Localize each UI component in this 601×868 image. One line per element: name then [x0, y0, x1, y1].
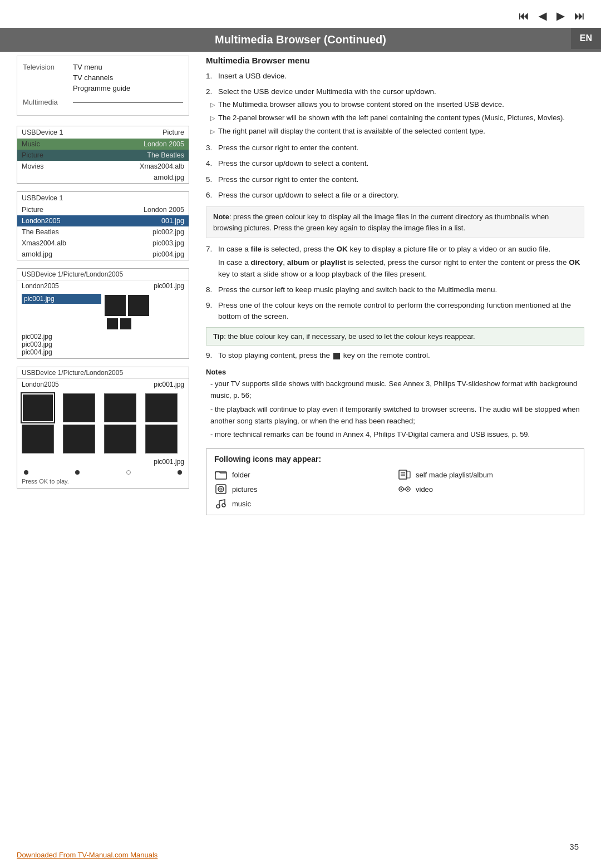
usb2-row-xmas[interactable]: Xmas2004.alb pic003.jpg — [17, 238, 189, 249]
notes-label: Notes — [206, 367, 584, 378]
video-icon — [398, 484, 411, 495]
note-label-1: Note — [213, 213, 229, 221]
item-num-8: 8. — [206, 284, 218, 295]
item-text-3: Press the cursor right to enter the cont… — [218, 142, 584, 154]
thumb-1 — [105, 295, 126, 316]
path4-left: London2005 — [22, 381, 59, 388]
usb-panel-4: USBDevice 1/Picture/London2005 London200… — [17, 367, 189, 489]
usb2-row-arnold[interactable]: arnold.jpg pic004.jpg — [17, 249, 189, 260]
usb1-header-left: USBDevice 1 — [22, 129, 63, 136]
item-text-1: Insert a USB device. — [218, 71, 584, 82]
usb1-row-picture[interactable]: Picture The Beatles — [17, 150, 189, 161]
thumb-cell-8[interactable] — [145, 425, 178, 453]
item-text-5: Press the cursor right to enter the cont… — [218, 174, 584, 185]
usb2-row-london[interactable]: London2005 001.jpg — [17, 215, 189, 226]
usb1-music-label: Music — [22, 140, 40, 148]
sub-bullet-2a: ▷ The Multimedia browser allows you to b… — [210, 100, 584, 110]
language-badge: EN — [571, 28, 601, 49]
tip-label: Tip — [213, 332, 224, 341]
thumb-cell-7[interactable] — [104, 425, 136, 453]
thumb-cell-5[interactable] — [22, 425, 54, 453]
usb2-arnold-label: arnold.jpg — [22, 250, 52, 258]
sub-bullet-2b: ▷ The 2-panel browser will be shown with… — [210, 113, 584, 123]
download-link[interactable]: Downloaded From TV-Manual.com Manuals — [17, 851, 157, 859]
dot-3 — [126, 470, 131, 475]
usb1-header-right: Picture — [162, 129, 184, 136]
thumb-cell-3[interactable] — [104, 393, 136, 422]
instruction-8: 8. Press the cursor left to keep music p… — [206, 284, 584, 295]
path3-pic003: pic004.jpg — [22, 348, 184, 356]
folder-icon — [214, 469, 228, 480]
item-num-2: 2. — [206, 86, 218, 97]
usb1-row-arnold[interactable]: arnold.jpg — [17, 172, 189, 183]
thumb-cell-1[interactable] — [22, 393, 54, 422]
press-ok-label: Press OK to play. — [17, 477, 189, 488]
usb1-london-val: London 2005 — [144, 140, 184, 148]
icon-row-folder: folder — [214, 469, 392, 480]
television-label: Television — [23, 63, 73, 71]
usb1-row-music[interactable]: Music London 2005 — [17, 139, 189, 150]
skip-forward-icon[interactable]: ⏭ — [574, 11, 584, 22]
thumb-cell-4[interactable] — [145, 393, 178, 422]
instruction-list: 1. Insert a USB device. 2. Select the US… — [206, 71, 584, 201]
usb2-xmas-label: Xmas2004.alb — [22, 239, 66, 247]
path3-header: USBDevice 1/Picture/London2005 — [17, 269, 189, 280]
back-icon[interactable]: ◀ — [539, 10, 546, 22]
instruction-6: 6. Press the cursor up/down to select a … — [206, 190, 584, 201]
thumb-sm-2 — [120, 318, 131, 329]
thumb-cell-6[interactable] — [63, 425, 95, 453]
item-text-9b: To stop playing content, press the key o… — [218, 350, 584, 361]
tv-menu-item-1: TV menu — [73, 63, 102, 71]
instruction-9: 9. Press one of the colour keys on the r… — [206, 300, 584, 323]
instruction-5: 5. Press the cursor right to enter the c… — [206, 174, 584, 185]
notes-section: Notes - your TV supports slide shows wit… — [206, 367, 584, 441]
playlist-icon — [398, 469, 411, 480]
instruction-1: 1. Insert a USB device. — [206, 71, 584, 82]
usb2-pic002-val: pic002.jpg — [152, 228, 184, 236]
usb1-beatles-val: The Beatles — [147, 151, 184, 159]
stop-key-icon — [333, 353, 340, 359]
item-text-9: Press one of the colour keys on the remo… — [218, 300, 584, 323]
panel4-filename: pic001.jpg — [17, 457, 189, 468]
icons-grid: folder self made playlist/album — [214, 469, 576, 509]
thumb-cell-2[interactable] — [63, 393, 95, 422]
icon-row-pictures: pictures — [214, 484, 392, 495]
multimedia-label: Multimedia — [23, 98, 73, 106]
usb1-movies-label: Movies — [22, 162, 44, 170]
item-num-4: 4. — [206, 158, 218, 169]
usb2-picture-label: Picture — [22, 206, 43, 214]
path3-selected[interactable]: pic001.jpg — [22, 294, 101, 304]
item-num-5: 5. — [206, 174, 218, 185]
usb1-row-movies[interactable]: Movies Xmas2004.alb — [17, 161, 189, 172]
item-num-7: 7. — [206, 244, 218, 255]
path4-header: USBDevice 1/Picture/London2005 — [17, 367, 189, 379]
tv-menu-panel: Television TV menu TV channels Programme… — [17, 56, 189, 116]
instruction-4: 4. Press the cursor up/down to select a … — [206, 158, 584, 169]
item-text-7b: In case a directory, album or playlist i… — [218, 257, 584, 280]
usb2-row-picture[interactable]: Picture London 2005 — [17, 204, 189, 215]
usb-panel-3: USBDevice 1/Picture/London2005 London200… — [17, 268, 189, 359]
usb-panel-1: USBDevice 1 Picture Music London 2005 Pi… — [17, 126, 189, 184]
svg-rect-1 — [399, 470, 407, 479]
forward-icon[interactable]: ▶ — [556, 10, 564, 22]
tv-menu-item-2: TV channels — [73, 73, 183, 82]
instruction-list-2: 7. In case a file is selected, press the… — [206, 244, 584, 323]
usb2-pic003-val: pic003.jpg — [152, 239, 184, 247]
skip-back-icon[interactable]: ⏮ — [519, 11, 529, 22]
nav-icons[interactable]: ⏮ ◀ ▶ ⏭ — [519, 10, 584, 22]
icons-box: Following icons may appear: folder — [206, 448, 584, 515]
icon-row-music: music — [214, 498, 392, 509]
usb2-row-beatles[interactable]: The Beatles pic002.jpg — [17, 226, 189, 238]
item-num-9b: 9. — [206, 350, 218, 361]
path3-pic001: pic002.jpg — [22, 333, 184, 341]
path3-item4[interactable] — [22, 308, 101, 310]
notes-item-1: - your TV supports slide shows with back… — [210, 378, 584, 402]
dot-4 — [178, 470, 182, 475]
tip-box: Tip: the blue colour key can, if necessa… — [206, 327, 584, 346]
item-text-7: In case a file is selected, press the OK… — [218, 244, 584, 255]
svg-point-7 — [218, 486, 224, 492]
path4-subheader: London2005 pic001.jpg — [17, 379, 189, 390]
right-column: Multimedia Browser menu 1. Insert a USB … — [206, 56, 584, 515]
usb2-pic004-val: pic004.jpg — [152, 250, 184, 258]
page-number: 35 — [569, 842, 579, 851]
